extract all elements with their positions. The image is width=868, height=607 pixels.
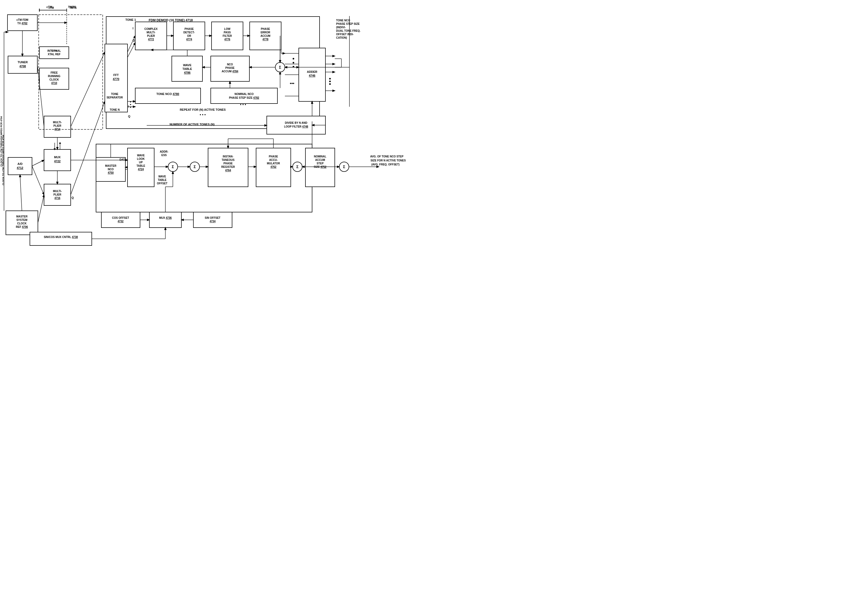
svg-rect-18	[174, 22, 205, 50]
wave-lut-label4: TABLE	[136, 165, 146, 167]
ctm-fdm-tx-label: cTM FDM	[17, 19, 28, 21]
wave-offset-label2: TABLE	[158, 179, 167, 182]
svg-rect-100	[39, 15, 103, 129]
fft-label2: 4770	[113, 78, 119, 81]
lpf-label: LOW	[224, 28, 231, 30]
i-label-3: I	[71, 127, 72, 130]
svg-point-114	[329, 83, 331, 85]
tone-nco-label6: CATION)	[336, 36, 347, 39]
adder-label2: 4746	[309, 74, 315, 77]
repeat-label: REPEAT FOR (N) ACTIVE TONES	[180, 108, 226, 111]
mux-4722-label: MUX	[54, 155, 61, 159]
inst-phase-label2: TANEOUS	[222, 158, 234, 161]
addr-label: ADDR-	[160, 150, 168, 153]
diagram-svg: cTM TMTS FDM DEMOD (16 TONE) 4718 TONE 1…	[0, 0, 434, 304]
ad-label: A/D	[18, 162, 23, 165]
ctm-fdm-tx-label2: TX 4702	[17, 22, 28, 25]
sum1-symbol: Σ	[279, 65, 281, 69]
wave-table-label2: TABLE	[183, 67, 192, 70]
svg-line-43	[37, 65, 44, 127]
tone-nco-block-label: TONE NCO 4780	[156, 92, 179, 96]
adder-label: ADDER	[307, 70, 317, 73]
svg-rect-33	[256, 148, 291, 187]
phase-det-label4: 4774	[186, 38, 192, 41]
adder-dots: •••	[290, 81, 294, 85]
mult-4716-label2: PLIER	[53, 193, 61, 196]
data-label: DATA	[119, 158, 126, 161]
i-label-1: I	[133, 27, 133, 30]
svg-line-44	[32, 160, 44, 166]
svg-rect-26	[299, 48, 326, 101]
avg-tone-label3: (AVG. FREQ. OFFSET)	[371, 163, 400, 166]
tone-nco-label3: (INDIVI-	[336, 26, 346, 29]
dots3: •	[130, 102, 131, 107]
phase-err-label2: ERROR	[260, 31, 270, 34]
nom-accum-label2: ACCUM	[315, 158, 325, 161]
wave-lut-label2: LOOK	[137, 157, 145, 160]
mult-4716-label: MULTI-	[53, 190, 62, 193]
master-nco-label3: 4750	[108, 171, 114, 174]
tone-nco-label2: PHASE STEP SIZE	[336, 22, 360, 25]
nom-accum-label4: SIZE 4752	[314, 165, 327, 168]
block-diagram: cTM TMTS FDM DEMOD (16 TONE) 4718 TONE 1…	[0, 0, 434, 304]
nco-phase-label2: PHASE	[225, 67, 235, 69]
svg-rect-21	[172, 56, 203, 81]
svg-point-67	[293, 66, 294, 67]
nominal-nco-label: NOMINAL NCO	[234, 93, 254, 96]
lpf-label2: PASS	[224, 31, 231, 34]
tone-sep-label: TONE	[111, 93, 118, 96]
svg-rect-10	[39, 68, 69, 89]
svg-rect-32	[208, 148, 248, 187]
svg-rect-17	[135, 22, 167, 50]
sum4-symbol: Σ	[296, 165, 299, 169]
repeat-dots: • • •	[240, 102, 246, 107]
svg-rect-0	[106, 17, 319, 129]
tone-nco-label5: OFFSET INDI-	[336, 33, 354, 36]
wave-table-label: WAVE	[183, 64, 192, 67]
svg-rect-36	[305, 148, 335, 187]
tuner-label: TUNER	[18, 61, 28, 64]
svg-line-45	[32, 166, 44, 195]
svg-rect-5	[8, 56, 37, 73]
svg-line-75	[127, 36, 135, 52]
complex-mult-label4: 4772	[148, 38, 154, 41]
svg-marker-124	[54, 148, 56, 150]
free-running-label2: RUNNING	[48, 75, 60, 78]
svg-rect-19	[212, 22, 243, 50]
wave-lut-label: WAVE	[137, 154, 145, 157]
phase-accum-label3: MULATOR	[267, 162, 280, 165]
svg-point-23	[275, 62, 285, 72]
svg-rect-20	[250, 22, 281, 50]
phase-err-label: PHASE	[261, 28, 270, 30]
sin-offset-label2: 4734	[210, 220, 216, 223]
mult-4714-label: MULTI-	[53, 121, 62, 124]
nco-phase-label3: ACCUM 4784	[222, 70, 239, 73]
svg-point-113	[329, 81, 331, 82]
free-running-label: FREE	[51, 71, 58, 74]
master-clock-label3: CLOCK	[17, 222, 27, 225]
master-clock-label: MASTER	[16, 215, 28, 218]
divide-label: DIVIDE BY N AND	[285, 121, 307, 124]
master-clock-label4: REF 4706	[16, 225, 28, 228]
free-running-label3: CLOCK	[50, 78, 59, 81]
addr-label2: ESS	[161, 154, 167, 157]
q-label-3: Q	[71, 196, 74, 199]
sum3-symbol: Σ	[194, 165, 196, 169]
num-active-label: NUMBER OF ACTIVE TONES (N)	[170, 123, 215, 126]
svg-point-34	[190, 162, 200, 172]
dots-label: • • •	[200, 113, 206, 117]
dots2: •	[130, 100, 131, 104]
nominal-nco-label2: PHASE STEP SIZE 4782	[229, 96, 259, 99]
svg-point-65	[293, 58, 294, 59]
tone-nco-label: TONE NCO	[336, 19, 350, 22]
phase-det-label: PHASE	[184, 28, 194, 30]
q-label-1: Q	[133, 39, 135, 42]
cos-offset-label: COS OFFSET	[112, 216, 129, 219]
inst-phase-label: INSTAN-	[223, 155, 233, 158]
xtal-ref-label: INTERNAL	[48, 50, 61, 52]
svg-line-47	[38, 195, 44, 223]
nom-accum-label: NOMINAL	[314, 155, 327, 158]
ad-label2: 4712	[17, 166, 23, 169]
tone-n-label: TONE N	[110, 108, 120, 111]
tmts-label: TMTS	[68, 5, 76, 9]
